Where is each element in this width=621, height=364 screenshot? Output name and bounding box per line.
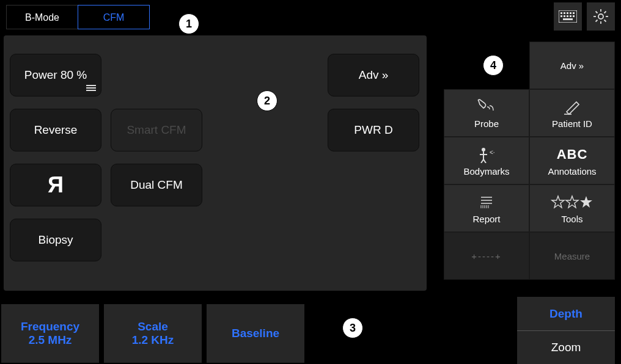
depth-control[interactable]: Depth xyxy=(517,297,615,330)
svg-rect-4 xyxy=(570,12,571,14)
svg-rect-3 xyxy=(567,12,568,14)
scale-label: Scale xyxy=(138,320,168,333)
dual-cfm-button[interactable]: Dual CFM xyxy=(111,164,202,206)
svg-line-20 xyxy=(596,20,598,22)
tools-button[interactable]: Tools xyxy=(529,184,615,232)
baseline-control[interactable]: Baseline xyxy=(207,304,304,363)
pencil-icon xyxy=(563,98,581,116)
report-label: Report xyxy=(472,214,500,224)
adv-button[interactable]: Adv » xyxy=(328,54,419,96)
report-icon xyxy=(479,193,494,211)
scale-value: 1.2 KHz xyxy=(132,333,174,347)
biopsy-button[interactable]: Biopsy xyxy=(10,219,101,261)
gear-icon[interactable] xyxy=(587,2,615,31)
probe-label: Probe xyxy=(474,118,499,129)
measure-button[interactable]: Measure xyxy=(529,232,615,280)
measure-glyph: +----+ xyxy=(471,251,502,261)
mirror-button[interactable]: R xyxy=(10,164,101,206)
tab-bmode[interactable]: B-Mode xyxy=(6,5,78,29)
svg-rect-6 xyxy=(560,15,562,17)
cfm-panel: Power 80 % Reverse R Biopsy Smart CFM Du… xyxy=(4,35,427,291)
svg-rect-11 xyxy=(563,18,573,20)
tab-cfm[interactable]: CFM xyxy=(78,5,150,29)
top-right-icons xyxy=(554,2,615,31)
mirror-r-icon: R xyxy=(48,172,64,198)
callout-2: 2 xyxy=(257,90,277,111)
svg-rect-2 xyxy=(564,12,565,14)
smart-cfm-button[interactable]: Smart CFM xyxy=(111,109,202,151)
svg-rect-9 xyxy=(570,15,571,17)
svg-text:<·: <· xyxy=(490,149,495,156)
probe-icon xyxy=(476,98,497,116)
annotations-button[interactable]: ABC Annotations xyxy=(529,137,615,184)
svg-rect-1 xyxy=(560,12,562,14)
annotations-label: Annotations xyxy=(548,166,596,177)
mode-tabs: B-Mode CFM xyxy=(6,5,149,29)
bodymark-icon: <· xyxy=(476,145,497,164)
tools-label: Tools xyxy=(561,214,582,224)
frequency-label: Frequency xyxy=(21,320,79,333)
bodymarks-label: Bodymarks xyxy=(463,166,509,177)
zoom-control[interactable]: Zoom xyxy=(517,330,615,364)
abc-icon: ABC xyxy=(557,145,588,164)
svg-rect-10 xyxy=(573,15,575,17)
bodymarks-button[interactable]: <· Bodymarks xyxy=(444,137,529,184)
measure-label: Measure xyxy=(554,251,590,261)
svg-point-22 xyxy=(482,148,485,151)
probe-button[interactable]: Probe xyxy=(444,89,529,137)
depth-zoom-panel: Depth Zoom xyxy=(517,297,615,364)
adv-tools-button[interactable]: Adv » xyxy=(529,42,615,89)
svg-line-18 xyxy=(604,20,606,22)
frequency-control[interactable]: Frequency 2.5 MHz xyxy=(1,304,99,363)
patient-id-label: Patient ID xyxy=(552,118,592,129)
svg-rect-7 xyxy=(564,15,565,17)
baseline-label: Baseline xyxy=(232,327,279,340)
svg-line-19 xyxy=(604,12,606,13)
scale-control[interactable]: Scale 1.2 KHz xyxy=(104,304,202,363)
patient-id-button[interactable]: Patient ID xyxy=(529,89,615,137)
callout-4: 4 xyxy=(483,55,504,76)
stars-icon xyxy=(551,193,593,211)
frequency-value: 2.5 MHz xyxy=(29,333,72,347)
svg-line-17 xyxy=(596,12,598,13)
svg-rect-5 xyxy=(573,12,575,14)
adv-tools-label: Adv » xyxy=(560,60,584,71)
svg-rect-8 xyxy=(567,15,568,17)
reverse-button[interactable]: Reverse xyxy=(10,109,101,151)
callout-1: 1 xyxy=(178,13,199,34)
svg-line-26 xyxy=(483,159,486,163)
measure-glyph-cell: +----+ xyxy=(444,232,529,280)
svg-point-12 xyxy=(598,14,603,19)
power-label: Power 80 % xyxy=(24,68,87,82)
report-button[interactable]: Report xyxy=(444,184,529,232)
keyboard-icon[interactable] xyxy=(554,2,582,31)
callout-3: 3 xyxy=(342,318,363,338)
menu-icon xyxy=(86,84,96,92)
pwr-d-button[interactable]: PWR D xyxy=(328,109,419,151)
power-button[interactable]: Power 80 % xyxy=(10,54,101,96)
